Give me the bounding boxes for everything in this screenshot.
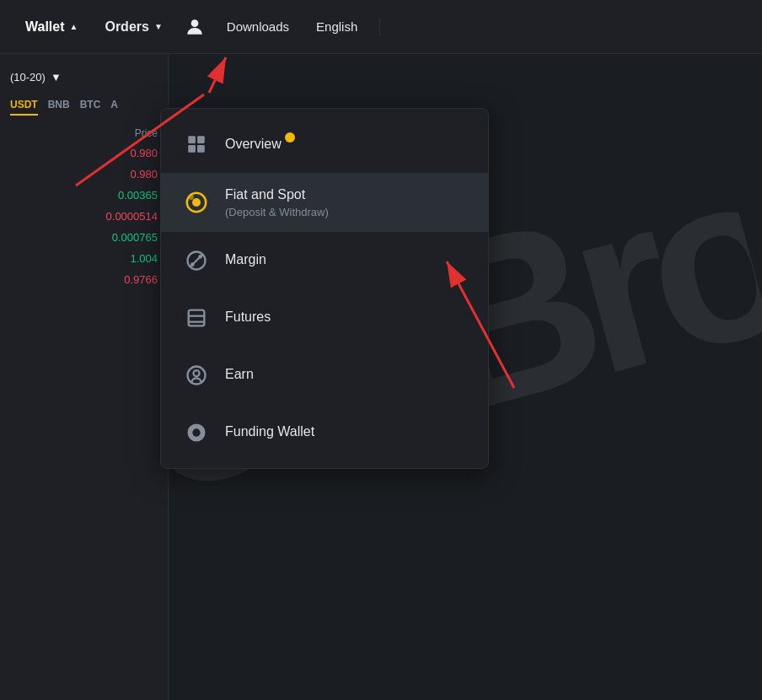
downloads-nav-item[interactable]: Downloads — [215, 13, 301, 40]
wallet-dropdown-overlay: Overview Fiat and Spot ( — [160, 108, 489, 469]
coin-tab-a[interactable]: A — [110, 95, 118, 116]
overview-icon — [181, 129, 212, 159]
wallet-label: Wallet — [25, 19, 65, 35]
nav-divider — [379, 19, 380, 35]
coin-table-header: USDT BNB BTC A — [0, 90, 168, 121]
coin-tab-btc[interactable]: BTC — [80, 95, 101, 116]
price-table: Price 0.980 0.980 0.00365 0.0000514 0.00… — [0, 121, 168, 293]
price-row-4: 0.0000514 — [0, 206, 168, 227]
range-arrow: ▼ — [51, 71, 62, 83]
fiat-spot-subtitle: (Deposit & Withdraw) — [225, 206, 468, 218]
profile-icon-button[interactable] — [178, 10, 212, 44]
wallet-nav-item[interactable]: Wallet ▲ — [13, 13, 89, 41]
funding-wallet-title: Funding Wallet — [225, 423, 468, 441]
menu-item-earn[interactable]: Earn — [161, 347, 488, 404]
menu-item-futures[interactable]: Futures — [161, 289, 488, 347]
funding-wallet-text: Funding Wallet — [225, 423, 468, 441]
svg-point-4 — [190, 19, 198, 27]
earn-title: Earn — [225, 366, 468, 384]
downloads-label: Downloads — [227, 19, 289, 34]
svg-point-15 — [198, 255, 202, 259]
margin-text: Margin — [225, 251, 468, 269]
futures-icon — [181, 303, 212, 333]
menu-item-margin[interactable]: Margin — [161, 232, 488, 289]
menu-item-funding-wallet[interactable]: Funding Wallet — [161, 404, 488, 461]
notification-dot — [285, 132, 295, 143]
menu-item-fiat-spot[interactable]: Fiat and Spot (Deposit & Withdraw) — [161, 173, 488, 232]
svg-rect-8 — [197, 145, 205, 153]
overview-title: Overview — [225, 137, 282, 151]
price-column-header: Price — [0, 124, 168, 143]
svg-point-22 — [192, 428, 200, 436]
funding-wallet-icon — [181, 417, 212, 448]
range-selector[interactable]: (10-20) ▼ — [0, 64, 168, 90]
orders-arrow: ▼ — [154, 22, 163, 31]
futures-text: Futures — [225, 309, 468, 326]
fiat-spot-text: Fiat and Spot (Deposit & Withdraw) — [225, 186, 468, 218]
price-row-2: 0.980 — [0, 164, 168, 185]
svg-point-10 — [192, 198, 201, 207]
fiat-spot-title: Fiat and Spot — [225, 186, 468, 204]
price-row-7: 0.9766 — [0, 269, 168, 290]
navbar: Wallet ▲ Orders ▼ Downloads English — [0, 0, 762, 54]
orders-nav-item[interactable]: Orders ▼ — [93, 13, 174, 41]
main-content: (10-20) ▼ USDT BNB BTC A Price 0.980 0.9… — [0, 54, 762, 700]
price-row-5: 0.000765 — [0, 227, 168, 248]
svg-point-11 — [189, 195, 194, 200]
svg-rect-16 — [189, 310, 205, 326]
wallet-dropdown-menu: Overview Fiat and Spot ( — [160, 108, 489, 469]
margin-title: Margin — [225, 251, 468, 269]
svg-rect-7 — [188, 145, 196, 153]
coin-tab-bnb[interactable]: BNB — [48, 95, 70, 116]
navbar-left: Wallet ▲ Orders ▼ Downloads English — [13, 10, 387, 44]
wallet-arrow: ▲ — [70, 22, 78, 31]
fiat-spot-icon — [181, 187, 212, 218]
svg-rect-5 — [188, 136, 196, 143]
coin-tab-usdt[interactable]: USDT — [10, 95, 38, 116]
range-label: (10-20) — [10, 71, 46, 83]
svg-point-14 — [190, 262, 195, 267]
english-nav-item[interactable]: English — [304, 13, 369, 40]
overview-text: Overview — [225, 136, 468, 153]
earn-text: Earn — [225, 366, 468, 384]
price-row-3: 0.00365 — [0, 185, 168, 206]
orders-label: Orders — [105, 19, 148, 35]
price-row-6: 1.004 — [0, 248, 168, 269]
menu-item-overview[interactable]: Overview — [161, 116, 488, 173]
left-panel: (10-20) ▼ USDT BNB BTC A Price 0.980 0.9… — [0, 54, 169, 700]
earn-icon — [181, 360, 212, 390]
margin-icon — [181, 245, 212, 276]
english-label: English — [316, 19, 357, 34]
svg-point-20 — [194, 370, 200, 376]
price-row-1: 0.980 — [0, 143, 168, 164]
futures-title: Futures — [225, 309, 468, 326]
svg-rect-6 — [197, 136, 205, 143]
